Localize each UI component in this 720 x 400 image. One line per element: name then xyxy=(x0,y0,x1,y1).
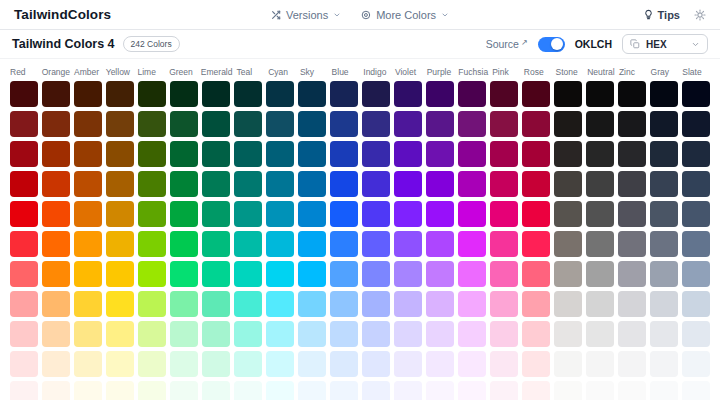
swatch-red-300[interactable] xyxy=(10,291,38,317)
swatch-stone-400[interactable] xyxy=(554,261,582,287)
swatch-purple-950[interactable] xyxy=(426,81,454,107)
swatch-sky-200[interactable] xyxy=(298,321,326,347)
more-colors-menu[interactable]: More Colors xyxy=(361,9,449,21)
swatch-cyan-200[interactable] xyxy=(266,321,294,347)
swatch-orange-950[interactable] xyxy=(42,81,70,107)
swatch-emerald-700[interactable] xyxy=(202,171,230,197)
swatch-lime-600[interactable] xyxy=(138,201,166,227)
swatch-violet-300[interactable] xyxy=(394,291,422,317)
swatch-green-950[interactable] xyxy=(170,81,198,107)
swatch-green-900[interactable] xyxy=(170,111,198,137)
swatch-amber-400[interactable] xyxy=(74,261,102,287)
swatch-emerald-900[interactable] xyxy=(202,111,230,137)
swatch-emerald-800[interactable] xyxy=(202,141,230,167)
swatch-blue-950[interactable] xyxy=(330,81,358,107)
swatch-amber-800[interactable] xyxy=(74,141,102,167)
swatch-teal-700[interactable] xyxy=(234,171,262,197)
swatch-stone-950[interactable] xyxy=(554,81,582,107)
swatch-yellow-200[interactable] xyxy=(106,321,134,347)
swatch-pink-200[interactable] xyxy=(490,321,518,347)
swatch-fuchsia-400[interactable] xyxy=(458,261,486,287)
swatch-lime-500[interactable] xyxy=(138,231,166,257)
swatch-green-100[interactable] xyxy=(170,351,198,377)
swatch-teal-600[interactable] xyxy=(234,201,262,227)
swatch-sky-600[interactable] xyxy=(298,201,326,227)
swatch-blue-500[interactable] xyxy=(330,231,358,257)
swatch-indigo-800[interactable] xyxy=(362,141,390,167)
oklch-toggle[interactable] xyxy=(538,37,565,52)
swatch-green-800[interactable] xyxy=(170,141,198,167)
swatch-violet-600[interactable] xyxy=(394,201,422,227)
swatch-rose-600[interactable] xyxy=(522,201,550,227)
swatch-teal-50[interactable] xyxy=(234,381,262,400)
swatch-neutral-200[interactable] xyxy=(586,321,614,347)
swatch-slate-200[interactable] xyxy=(682,321,710,347)
swatch-fuchsia-600[interactable] xyxy=(458,201,486,227)
swatch-gray-100[interactable] xyxy=(650,351,678,377)
swatch-stone-500[interactable] xyxy=(554,231,582,257)
swatch-sky-100[interactable] xyxy=(298,351,326,377)
swatch-violet-900[interactable] xyxy=(394,111,422,137)
swatch-neutral-500[interactable] xyxy=(586,231,614,257)
swatch-purple-900[interactable] xyxy=(426,111,454,137)
swatch-sky-50[interactable] xyxy=(298,381,326,400)
swatch-zinc-300[interactable] xyxy=(618,291,646,317)
swatch-lime-200[interactable] xyxy=(138,321,166,347)
swatch-sky-500[interactable] xyxy=(298,231,326,257)
swatch-pink-800[interactable] xyxy=(490,141,518,167)
swatch-rose-800[interactable] xyxy=(522,141,550,167)
swatch-yellow-100[interactable] xyxy=(106,351,134,377)
swatch-stone-100[interactable] xyxy=(554,351,582,377)
swatch-yellow-50[interactable] xyxy=(106,381,134,400)
swatch-pink-500[interactable] xyxy=(490,231,518,257)
swatch-cyan-50[interactable] xyxy=(266,381,294,400)
swatch-rose-100[interactable] xyxy=(522,351,550,377)
swatch-rose-950[interactable] xyxy=(522,81,550,107)
swatch-amber-100[interactable] xyxy=(74,351,102,377)
swatch-green-500[interactable] xyxy=(170,231,198,257)
swatch-red-950[interactable] xyxy=(10,81,38,107)
swatch-zinc-50[interactable] xyxy=(618,381,646,400)
swatch-teal-950[interactable] xyxy=(234,81,262,107)
swatch-violet-700[interactable] xyxy=(394,171,422,197)
swatch-purple-200[interactable] xyxy=(426,321,454,347)
swatch-gray-900[interactable] xyxy=(650,111,678,137)
swatch-violet-200[interactable] xyxy=(394,321,422,347)
swatch-purple-50[interactable] xyxy=(426,381,454,400)
swatch-lime-950[interactable] xyxy=(138,81,166,107)
swatch-fuchsia-500[interactable] xyxy=(458,231,486,257)
swatch-yellow-600[interactable] xyxy=(106,201,134,227)
swatch-lime-400[interactable] xyxy=(138,261,166,287)
swatch-yellow-900[interactable] xyxy=(106,111,134,137)
swatch-teal-900[interactable] xyxy=(234,111,262,137)
swatch-fuchsia-50[interactable] xyxy=(458,381,486,400)
swatch-green-50[interactable] xyxy=(170,381,198,400)
swatch-neutral-600[interactable] xyxy=(586,201,614,227)
swatch-teal-500[interactable] xyxy=(234,231,262,257)
swatch-red-600[interactable] xyxy=(10,201,38,227)
swatch-emerald-950[interactable] xyxy=(202,81,230,107)
swatch-stone-800[interactable] xyxy=(554,141,582,167)
swatch-sky-900[interactable] xyxy=(298,111,326,137)
swatch-amber-50[interactable] xyxy=(74,381,102,400)
swatch-neutral-950[interactable] xyxy=(586,81,614,107)
swatch-stone-200[interactable] xyxy=(554,321,582,347)
swatch-pink-700[interactable] xyxy=(490,171,518,197)
swatch-indigo-600[interactable] xyxy=(362,201,390,227)
swatch-lime-50[interactable] xyxy=(138,381,166,400)
swatch-fuchsia-100[interactable] xyxy=(458,351,486,377)
swatch-slate-600[interactable] xyxy=(682,201,710,227)
swatch-blue-300[interactable] xyxy=(330,291,358,317)
swatch-gray-950[interactable] xyxy=(650,81,678,107)
swatch-yellow-700[interactable] xyxy=(106,171,134,197)
swatch-gray-200[interactable] xyxy=(650,321,678,347)
swatch-fuchsia-900[interactable] xyxy=(458,111,486,137)
swatch-stone-600[interactable] xyxy=(554,201,582,227)
swatch-orange-600[interactable] xyxy=(42,201,70,227)
swatch-yellow-300[interactable] xyxy=(106,291,134,317)
swatch-green-400[interactable] xyxy=(170,261,198,287)
swatch-cyan-100[interactable] xyxy=(266,351,294,377)
swatch-red-200[interactable] xyxy=(10,321,38,347)
swatch-blue-900[interactable] xyxy=(330,111,358,137)
swatch-amber-600[interactable] xyxy=(74,201,102,227)
